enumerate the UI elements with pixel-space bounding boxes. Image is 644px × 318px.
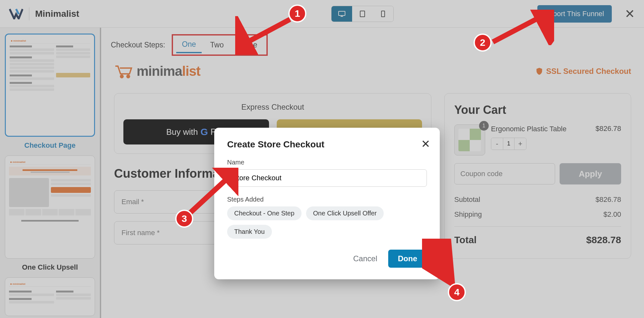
cart-qty-badge: 1 (479, 121, 489, 131)
name-label: Name (227, 159, 427, 166)
device-switcher (331, 6, 394, 22)
device-tablet-button[interactable] (352, 6, 373, 22)
cart-title: Your Cart (454, 103, 621, 117)
cart-column: Your Cart 1 Ergonomic Plastic Table - 1 … (444, 93, 631, 260)
annotation-marker-4: 4 (448, 283, 466, 301)
step-tab-two[interactable]: Two (204, 37, 229, 53)
svg-point-4 (127, 75, 130, 78)
svg-rect-0 (339, 11, 345, 15)
annotation-arrow-1 (235, 16, 300, 55)
modal-title: Create Store Checkout (227, 139, 427, 150)
chip-thankyou: Thank You (227, 225, 272, 239)
thumb-thank-you[interactable]: ■ minimalist (5, 277, 95, 316)
steps-label: Checkout Steps: (111, 41, 165, 49)
store-logo: minimalist (114, 64, 200, 79)
thumb-one-click-upsell[interactable]: ■ minimalist One Click Upsell (5, 155, 95, 272)
qty-plus-button[interactable]: + (514, 138, 526, 150)
cancel-button[interactable]: Cancel (353, 254, 377, 263)
svg-point-3 (120, 75, 123, 78)
preview-header: minimalist SSL Secured Checkout (101, 59, 644, 84)
steps-added-label: Steps Added (227, 196, 427, 203)
ssl-badge: SSL Secured Checkout (535, 67, 631, 76)
express-title: Express Checkout (123, 103, 422, 112)
done-button[interactable]: Done (388, 250, 427, 268)
subtotal-row: Subtotal $826.78 (454, 192, 621, 207)
step-tab-one[interactable]: One (176, 37, 202, 53)
device-desktop-button[interactable] (332, 6, 352, 22)
annotation-marker-1: 1 (288, 5, 306, 23)
annotation-marker-3: 3 (175, 210, 193, 228)
cart-item: 1 Ergonomic Plastic Table - 1 + $826.78 (454, 124, 621, 155)
thumb-checkout-page[interactable]: ■ minimalist (5, 34, 95, 150)
chip-upsell: One Click Upsell Offer (306, 206, 384, 220)
apply-coupon-button[interactable]: Apply (560, 163, 621, 184)
svg-rect-1 (360, 11, 365, 17)
close-preview-button[interactable]: ✕ (625, 8, 635, 20)
steps-chips: Checkout - One Step One Click Upsell Off… (227, 206, 427, 239)
create-checkout-modal: Create Store Checkout ✕ Name Steps Added… (214, 128, 440, 279)
cart-card: Your Cart 1 Ergonomic Plastic Table - 1 … (444, 93, 631, 259)
svg-rect-2 (381, 11, 385, 17)
modal-close-button[interactable]: ✕ (421, 137, 430, 150)
brand-name: Minimalist (35, 9, 79, 19)
qty-minus-button[interactable]: - (491, 138, 503, 150)
app-logo-icon (9, 8, 23, 19)
store-checkout-name-input[interactable] (227, 169, 427, 187)
total-row: Total $828.78 (454, 231, 621, 249)
cart-icon (114, 64, 133, 78)
annotation-marker-2: 2 (474, 34, 492, 52)
cart-item-thumb: 1 (454, 124, 485, 155)
thumb-label: Checkout Page (5, 141, 95, 150)
brand-block: Minimalist (9, 7, 79, 20)
coupon-input[interactable] (454, 163, 555, 184)
annotation-arrow-2 (490, 10, 554, 45)
brand-divider (29, 7, 29, 20)
cart-item-name: Ergonomic Plastic Table (491, 124, 590, 134)
shield-icon (535, 67, 543, 75)
qty-stepper: - 1 + (491, 138, 526, 150)
qty-value: 1 (503, 138, 514, 150)
annotation-arrow-3 (187, 168, 238, 216)
annotation-arrow-4 (422, 239, 461, 290)
shipping-row: Shipping $2.00 (454, 207, 621, 222)
checkout-steps-bar: Checkout Steps: One Two Three (101, 28, 644, 59)
thumb-label: One Click Upsell (5, 263, 95, 272)
device-mobile-button[interactable] (373, 6, 393, 22)
template-sidebar: ■ minimalist (0, 28, 100, 318)
cart-item-price: $826.78 (595, 124, 621, 133)
